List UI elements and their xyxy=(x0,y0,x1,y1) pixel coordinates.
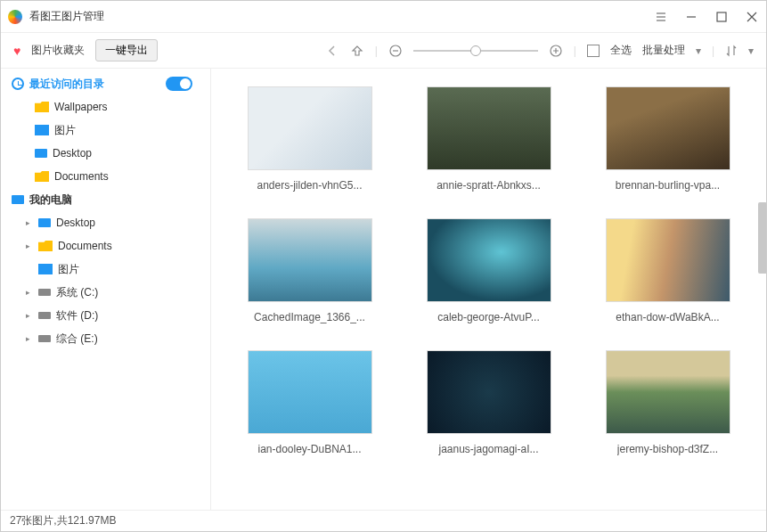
computer-icon xyxy=(12,195,24,204)
toolbar: ♥ 图片收藏夹 一键导出 | | 全选 批量处理 ▾ | ▾ xyxy=(1,33,766,69)
thumbnail-item[interactable]: annie-spratt-Abnkxs... xyxy=(417,86,560,192)
sidebar-recent[interactable]: 最近访问的目录 xyxy=(1,72,210,95)
thumbnail-image xyxy=(427,350,551,434)
scrollbar[interactable] xyxy=(758,202,766,274)
drive-icon xyxy=(38,335,51,342)
select-all-checkbox[interactable] xyxy=(587,45,600,57)
sidebar-item-desktop2[interactable]: ▸Desktop xyxy=(1,211,210,234)
zoom-in-icon[interactable] xyxy=(549,44,563,58)
status-text: 27张图片,共121.97MB xyxy=(10,513,116,528)
window-title: 看图王图片管理 xyxy=(29,9,654,24)
expand-icon[interactable]: ▸ xyxy=(26,311,33,320)
expand-icon[interactable]: ▸ xyxy=(26,288,33,297)
thumbnail-label: ian-dooley-DuBNA1... xyxy=(257,443,361,455)
expand-icon[interactable]: ▸ xyxy=(26,241,33,250)
sidebar: 最近访问的目录 Wallpapers 图片 Desktop Documents … xyxy=(1,69,211,510)
sidebar-item-drive-d[interactable]: ▸软件 (D:) xyxy=(1,304,210,327)
image-icon xyxy=(38,264,53,274)
thumbnail-image xyxy=(248,86,372,170)
sidebar-computer-label: 我的电脑 xyxy=(29,192,72,208)
thumbnail-label: ethan-dow-dWaBkA... xyxy=(616,311,719,323)
thumbnail-item[interactable]: CachedImage_1366_... xyxy=(238,218,381,323)
sidebar-item-drive-e[interactable]: ▸综合 (E:) xyxy=(1,327,210,350)
expand-icon[interactable]: ▸ xyxy=(26,218,33,227)
statusbar: 27张图片,共121.97MB xyxy=(1,510,766,531)
back-icon[interactable] xyxy=(325,44,339,58)
thumbnail-image xyxy=(248,350,372,434)
monitor-icon xyxy=(35,149,47,158)
select-all-label[interactable]: 全选 xyxy=(610,43,632,58)
svg-rect-0 xyxy=(717,12,726,21)
thumbnail-label: jeremy-bishop-d3fZ... xyxy=(617,443,718,455)
window-controls xyxy=(654,10,759,24)
thumbnail-label: caleb-george-AtvuP... xyxy=(437,311,540,323)
sidebar-recent-label: 最近访问的目录 xyxy=(29,77,104,92)
folder-icon xyxy=(38,241,53,251)
thumbnail-item[interactable]: caleb-george-AtvuP... xyxy=(417,218,560,323)
thumbnail-image xyxy=(248,218,372,302)
thumbnail-item[interactable]: ethan-dow-dWaBkA... xyxy=(596,218,739,323)
expand-icon[interactable]: ▸ xyxy=(26,334,33,343)
thumbnail-image xyxy=(427,86,551,170)
titlebar: 看图王图片管理 xyxy=(1,1,766,33)
sidebar-item-documents2[interactable]: ▸Documents xyxy=(1,234,210,258)
batch-label[interactable]: 批量处理 xyxy=(642,43,685,58)
sidebar-item-desktop[interactable]: Desktop xyxy=(1,142,210,165)
thumbnail-label: CachedImage_1366_... xyxy=(254,311,365,323)
folder-icon xyxy=(35,102,49,112)
sidebar-item-drive-c[interactable]: ▸系统 (C:) xyxy=(1,281,210,304)
sort-icon[interactable] xyxy=(725,45,738,57)
export-button[interactable]: 一键导出 xyxy=(95,39,158,61)
sidebar-computer[interactable]: 我的电脑 xyxy=(1,188,210,211)
app-icon xyxy=(8,10,22,24)
maximize-button[interactable] xyxy=(714,10,729,24)
sidebar-item-wallpapers[interactable]: Wallpapers xyxy=(1,95,210,119)
chevron-down-icon[interactable]: ▾ xyxy=(696,45,701,57)
menu-icon[interactable] xyxy=(654,10,668,24)
thumbnail-item[interactable]: jaanus-jagomagi-aI... xyxy=(417,350,560,455)
thumbnail-image xyxy=(606,350,730,434)
image-icon xyxy=(35,125,49,135)
thumbnail-image xyxy=(606,86,730,170)
thumbnail-label: annie-spratt-Abnkxs... xyxy=(437,179,541,192)
close-button[interactable] xyxy=(745,10,759,24)
heart-icon: ♥ xyxy=(13,44,20,58)
drive-icon xyxy=(38,312,51,319)
folder-icon xyxy=(35,171,49,182)
recent-toggle[interactable] xyxy=(166,77,192,91)
content-area: 最近访问的目录 Wallpapers 图片 Desktop Documents … xyxy=(1,69,766,510)
zoom-slider[interactable] xyxy=(413,50,538,52)
thumbnail-item[interactable]: anders-jilden-vhnG5... xyxy=(238,86,381,192)
monitor-icon xyxy=(38,218,51,227)
zoom-out-icon[interactable] xyxy=(388,44,403,58)
up-icon[interactable] xyxy=(350,44,364,58)
thumbnail-label: jaanus-jagomagi-aI... xyxy=(438,443,538,455)
app-window: 看图王图片管理 ♥ 图片收藏夹 一键导出 | | 全选 批量处理 ▾ | ▾ xyxy=(0,0,767,532)
minimize-button[interactable] xyxy=(684,10,698,24)
thumbnail-label: anders-jilden-vhnG5... xyxy=(257,179,362,192)
thumbnail-label: brennan-burling-vpa... xyxy=(616,179,720,192)
thumbnail-item[interactable]: jeremy-bishop-d3fZ... xyxy=(596,350,739,455)
drive-icon xyxy=(38,289,51,296)
thumbnail-image xyxy=(427,218,551,302)
thumbnail-image xyxy=(606,218,730,302)
sidebar-item-documents[interactable]: Documents xyxy=(1,165,210,188)
clock-icon xyxy=(12,78,24,90)
favorites-label[interactable]: 图片收藏夹 xyxy=(31,43,85,58)
thumbnail-grid: anders-jilden-vhnG5... annie-spratt-Abnk… xyxy=(238,86,739,455)
sidebar-item-images2[interactable]: 图片 xyxy=(1,258,210,281)
thumbnail-item[interactable]: ian-dooley-DuBNA1... xyxy=(238,350,381,455)
chevron-down-icon[interactable]: ▾ xyxy=(748,45,754,57)
thumbnail-grid-area: anders-jilden-vhnG5... annie-spratt-Abnk… xyxy=(211,69,766,510)
thumbnail-item[interactable]: brennan-burling-vpa... xyxy=(596,86,739,192)
sidebar-item-images[interactable]: 图片 xyxy=(1,119,210,142)
